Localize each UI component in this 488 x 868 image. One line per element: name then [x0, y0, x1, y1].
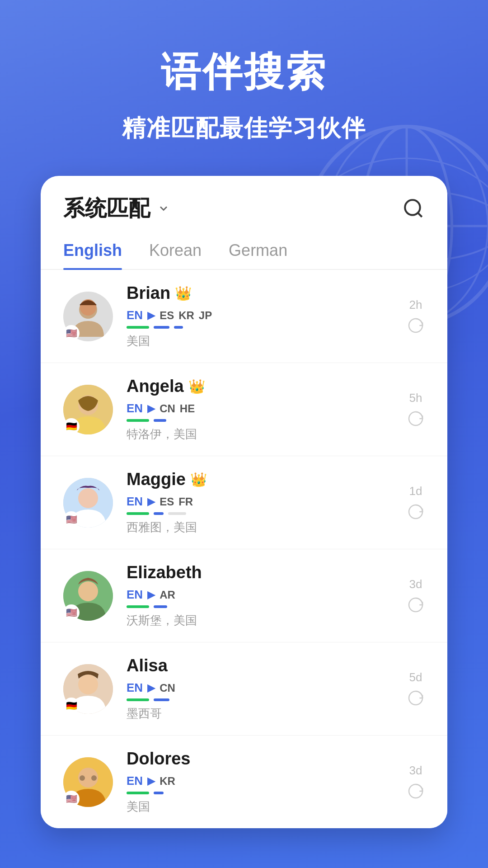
- flag-badge: 🇩🇪: [63, 418, 80, 434]
- user-name-row: Maggie 👑: [127, 470, 393, 489]
- crown-icon: 👑: [188, 378, 205, 394]
- tab-german[interactable]: German: [229, 241, 287, 269]
- right-meta: 1d: [407, 484, 425, 521]
- user-name: Brian: [127, 283, 170, 303]
- crown-icon: 👑: [175, 285, 192, 301]
- time-ago: 3d: [409, 577, 422, 591]
- list-item[interactable]: 🇩🇪 Angela 👑 EN ▶CNHE 特洛伊，美国 5h: [41, 363, 447, 456]
- list-item[interactable]: 🇺🇸 Brian 👑 EN ▶ESKRJP 美国 2h: [41, 270, 447, 363]
- user-name: Dolores: [127, 749, 190, 769]
- user-info: Alisa EN ▶CN 墨西哥: [127, 656, 393, 722]
- avatar-container: 🇩🇪: [63, 664, 113, 714]
- flag-badge: 🇺🇸: [63, 325, 80, 341]
- user-info: Brian 👑 EN ▶ESKRJP 美国: [127, 283, 393, 349]
- refresh-icon[interactable]: [407, 596, 425, 614]
- svg-line-8: [418, 213, 422, 217]
- refresh-icon[interactable]: [407, 410, 425, 428]
- user-name-row: Elizabeth: [127, 563, 393, 582]
- user-location: 美国: [127, 799, 393, 815]
- tab-english[interactable]: English: [63, 241, 122, 269]
- time-ago: 3d: [409, 764, 422, 778]
- avatar-container: 🇺🇸: [63, 571, 113, 621]
- filter-label: 系统匹配: [63, 194, 150, 223]
- user-name-row: Brian 👑: [127, 283, 393, 303]
- flag-badge: 🇺🇸: [63, 511, 80, 528]
- refresh-icon[interactable]: [407, 503, 425, 521]
- user-info: Angela 👑 EN ▶CNHE 特洛伊，美国: [127, 377, 393, 442]
- chevron-down-icon: [157, 202, 170, 215]
- tab-bar: English Korean German: [41, 232, 447, 270]
- right-meta: 3d: [407, 764, 425, 800]
- avatar-container: 🇺🇸: [63, 757, 113, 807]
- list-item[interactable]: 🇺🇸 Elizabeth EN ▶AR 沃斯堡，美国 3d: [41, 549, 447, 642]
- list-item[interactable]: 🇺🇸 Maggie 👑 EN ▶ESFR 西雅图，美国 1d: [41, 456, 447, 549]
- time-ago: 5h: [409, 391, 422, 405]
- user-location: 墨西哥: [127, 706, 393, 722]
- user-name-row: Dolores: [127, 749, 393, 769]
- main-card: 系统匹配 English Korean German: [41, 176, 447, 828]
- refresh-icon[interactable]: [407, 782, 425, 800]
- right-meta: 5h: [407, 391, 425, 428]
- svg-point-27: [91, 775, 97, 781]
- user-info: Elizabeth EN ▶AR 沃斯堡，美国: [127, 563, 393, 628]
- search-icon[interactable]: [402, 197, 425, 220]
- svg-point-7: [405, 200, 420, 215]
- right-meta: 5d: [407, 670, 425, 707]
- user-name-row: Angela 👑: [127, 377, 393, 396]
- refresh-icon[interactable]: [407, 316, 425, 335]
- page-title: 语伴搜索: [161, 45, 327, 99]
- time-ago: 5d: [409, 670, 422, 684]
- time-ago: 2h: [409, 298, 422, 312]
- user-location: 美国: [127, 333, 393, 349]
- flag-badge: 🇺🇸: [63, 791, 80, 807]
- user-location: 沃斯堡，美国: [127, 613, 393, 628]
- list-item[interactable]: 🇺🇸 Dolores EN ▶KR 美国 3d: [41, 736, 447, 828]
- time-ago: 1d: [409, 484, 422, 498]
- user-name: Maggie: [127, 470, 186, 489]
- flag-badge: 🇩🇪: [63, 698, 80, 714]
- svg-point-16: [78, 488, 98, 508]
- right-meta: 2h: [407, 298, 425, 335]
- tab-korean[interactable]: Korean: [149, 241, 202, 269]
- user-list: 🇺🇸 Brian 👑 EN ▶ESKRJP 美国 2h: [41, 270, 447, 828]
- page-subtitle: 精准匹配最佳学习伙伴: [122, 113, 366, 144]
- card-header: 系统匹配: [41, 176, 447, 223]
- crown-icon: 👑: [190, 472, 207, 487]
- svg-point-22: [78, 675, 98, 694]
- filter-dropdown[interactable]: 系统匹配: [63, 194, 170, 223]
- user-name: Elizabeth: [127, 563, 202, 582]
- list-item[interactable]: 🇩🇪 Alisa EN ▶CN 墨西哥 5d: [41, 642, 447, 736]
- avatar-container: 🇩🇪: [63, 385, 113, 434]
- user-name: Alisa: [127, 656, 168, 675]
- user-info: Dolores EN ▶KR 美国: [127, 749, 393, 815]
- avatar-container: 🇺🇸: [63, 478, 113, 528]
- avatar-container: 🇺🇸: [63, 292, 113, 341]
- user-location: 特洛伊，美国: [127, 426, 393, 442]
- user-name-row: Alisa: [127, 656, 393, 675]
- user-location: 西雅图，美国: [127, 519, 393, 535]
- user-info: Maggie 👑 EN ▶ESFR 西雅图，美国: [127, 470, 393, 535]
- svg-point-26: [80, 775, 85, 781]
- refresh-icon[interactable]: [407, 689, 425, 707]
- user-name: Angela: [127, 377, 184, 396]
- right-meta: 3d: [407, 577, 425, 614]
- flag-badge: 🇺🇸: [63, 604, 80, 621]
- svg-point-19: [78, 581, 98, 601]
